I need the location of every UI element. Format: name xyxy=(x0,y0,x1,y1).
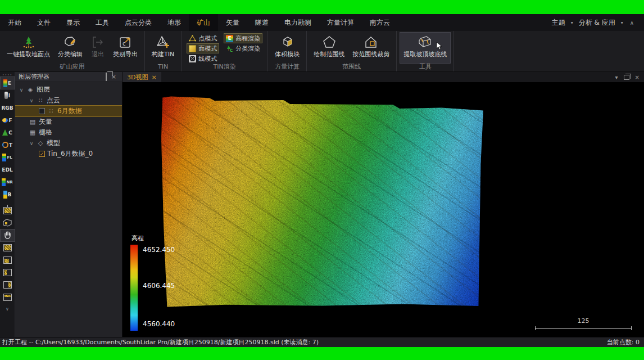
tool-label: EDL xyxy=(2,167,12,173)
blend-render-tool[interactable]: B xyxy=(1,188,15,200)
button-label: 点模式 xyxy=(198,34,217,43)
build-tin-button[interactable]: 构建TIN xyxy=(148,33,178,63)
menu-terrain[interactable]: 地形 xyxy=(160,14,189,31)
front-view-tool[interactable] xyxy=(1,254,15,266)
ribbon: 一键提取地面点 分类编辑 退出 xyxy=(0,31,644,72)
classification-render-tool[interactable]: C xyxy=(1,127,15,138)
extract-ground-points-button[interactable]: 一键提取地面点 xyxy=(3,33,53,63)
float-view-icon[interactable] xyxy=(624,75,629,80)
flight-line-icon xyxy=(2,154,6,161)
tool-label: NR xyxy=(6,180,12,184)
edl-render-tool[interactable]: EDL xyxy=(1,164,15,176)
tool-label: FL xyxy=(7,155,12,160)
cube-icon xyxy=(279,34,295,50)
gps-time-render-tool[interactable]: T xyxy=(1,139,15,151)
menu-volume-calc[interactable]: 方量计算 xyxy=(319,14,362,31)
tree-node-tin-june[interactable]: ✓ Tin_6月数据_0 xyxy=(15,148,122,159)
point-mode-button[interactable]: 点模式 xyxy=(187,34,219,43)
visibility-checkbox[interactable]: ✓ xyxy=(39,151,45,157)
returns-render-tool[interactable]: NR xyxy=(1,176,15,188)
tree-node-vector[interactable]: ▤ 矢量 xyxy=(15,116,122,127)
visibility-checkbox[interactable] xyxy=(39,108,45,114)
button-label: 类别导出 xyxy=(113,50,138,58)
menu-display[interactable]: 显示 xyxy=(58,14,88,31)
menu-mine[interactable]: 矿山 xyxy=(189,14,218,31)
float-panel-icon[interactable] xyxy=(103,73,109,80)
tin-tetrahedron-icon xyxy=(155,34,171,50)
elevation-render-button[interactable]: E 高程渲染 xyxy=(224,34,262,43)
vector-icon: ▤ xyxy=(29,118,37,125)
analysis-apps-dropdown[interactable]: 分析 & 应用 xyxy=(575,14,619,31)
legend-value-mid: 4606.445 xyxy=(143,282,175,290)
point-cloud-icon: ∷ xyxy=(47,107,55,115)
ribbon-group-label: TIN xyxy=(145,63,181,71)
pick-tool[interactable] xyxy=(1,205,15,217)
ribbon-group-label: 方量计算 xyxy=(268,63,306,71)
left-view-tool[interactable] xyxy=(1,267,15,278)
button-label: 线模式 xyxy=(198,55,217,63)
collapse-ribbon-button[interactable]: ∧ xyxy=(625,20,638,26)
theme-dropdown[interactable]: 主题 xyxy=(548,14,569,31)
tin-terrain-model[interactable] xyxy=(161,96,483,308)
expander-icon[interactable]: ∨ xyxy=(29,141,34,146)
class-export-button[interactable]: c 类别导出 xyxy=(110,33,141,63)
point-cloud-icon: ∷ xyxy=(37,97,44,104)
elevation-render-tool[interactable]: E xyxy=(1,77,15,89)
tree-node-layers[interactable]: ∨ ◈ 图层 xyxy=(15,84,122,95)
pan-tool[interactable] xyxy=(1,230,15,241)
face-mode-button[interactable]: 面模式 xyxy=(187,44,219,53)
screen: 开始 文件 显示 工具 点云分类 地形 矿山 矢量 隧道 电力勘测 方量计算 南… xyxy=(0,0,644,360)
right-view-tool[interactable] xyxy=(1,279,15,291)
menu-pointcloud-classify[interactable]: 点云分类 xyxy=(117,14,160,31)
expander-icon[interactable]: ∨ xyxy=(29,98,34,104)
menu-tunnel[interactable]: 隧道 xyxy=(247,14,276,31)
menu-vector[interactable]: 矢量 xyxy=(218,14,247,31)
tool-label: C xyxy=(8,130,12,136)
tree-node-model[interactable]: ∨ ◇ 模型 xyxy=(15,138,122,148)
point-mode-icon xyxy=(189,35,196,42)
toolbar-overflow-chevron[interactable]: ∨ xyxy=(6,307,9,312)
ribbon-group-label: 工具 xyxy=(397,63,453,71)
mouse-cursor-icon xyxy=(436,42,442,52)
clip-by-boundary-button[interactable]: 按范围线裁剪 xyxy=(349,33,393,63)
flight-render-tool[interactable]: F xyxy=(1,114,15,126)
line-mode-button[interactable]: 线模式 xyxy=(187,54,219,63)
intensity-render-tool[interactable]: I xyxy=(1,89,15,101)
tab-close-icon[interactable]: × xyxy=(151,74,156,81)
menu-power-survey[interactable]: 电力勘测 xyxy=(276,14,319,31)
model-icon: ◇ xyxy=(37,140,44,147)
menu-start[interactable]: 开始 xyxy=(0,14,29,31)
rgb-render-tool[interactable]: RGB xyxy=(1,102,15,114)
current-point-count: 当前点数: 0 xyxy=(607,338,640,346)
top-view-tool[interactable] xyxy=(1,291,15,303)
classify-edit-button[interactable]: 分类编辑 xyxy=(55,33,86,63)
tree-node-raster[interactable]: ▦ 栅格 xyxy=(15,127,122,138)
class-render-button[interactable]: C 分类渲染 xyxy=(224,44,262,53)
expander-icon[interactable]: ∨ xyxy=(19,87,24,93)
toolbar-grip[interactable]: •••• xyxy=(2,73,12,76)
node-label: 矢量 xyxy=(39,117,52,127)
close-view-icon[interactable]: × xyxy=(635,74,640,80)
button-label: 分类渲染 xyxy=(235,44,260,53)
volume-module-button[interactable]: 体积模块 xyxy=(271,33,303,63)
full-view-tool[interactable] xyxy=(1,242,15,254)
draw-boundary-button[interactable]: 绘制范围线 xyxy=(310,33,348,63)
tree-icon xyxy=(21,34,36,50)
menu-tools[interactable]: 工具 xyxy=(88,14,117,31)
button-label: 高程渲染 xyxy=(235,34,260,43)
view-dropdown-icon[interactable]: ▾ xyxy=(615,74,618,80)
menu-south-cloud[interactable]: 南方云 xyxy=(362,14,398,31)
tree-node-pointcloud[interactable]: ∨ ∷ 点云 xyxy=(15,95,122,106)
menu-file[interactable]: 文件 xyxy=(29,14,58,31)
render-canvas-3d[interactable]: 高程 4652.450 4606.445 4560.440 125 xyxy=(123,82,644,337)
cloud-icon xyxy=(2,118,8,123)
slice-tool[interactable] xyxy=(1,217,15,229)
left-view-cube-icon xyxy=(3,269,12,276)
tree-node-june-data[interactable]: ∷ 6月数据 xyxy=(15,106,122,116)
tab-3d-view[interactable]: 3D视图 × xyxy=(123,72,161,82)
extract-slope-lines-button[interactable]: 提取坡顶坡底线 xyxy=(400,33,450,63)
flight-line-render-tool[interactable]: FL xyxy=(1,151,15,163)
node-label: Tin_6月数据_0 xyxy=(47,149,93,159)
ribbon-group-label: 矿山应用 xyxy=(0,63,144,71)
button-label: 绘制范围线 xyxy=(314,50,344,58)
